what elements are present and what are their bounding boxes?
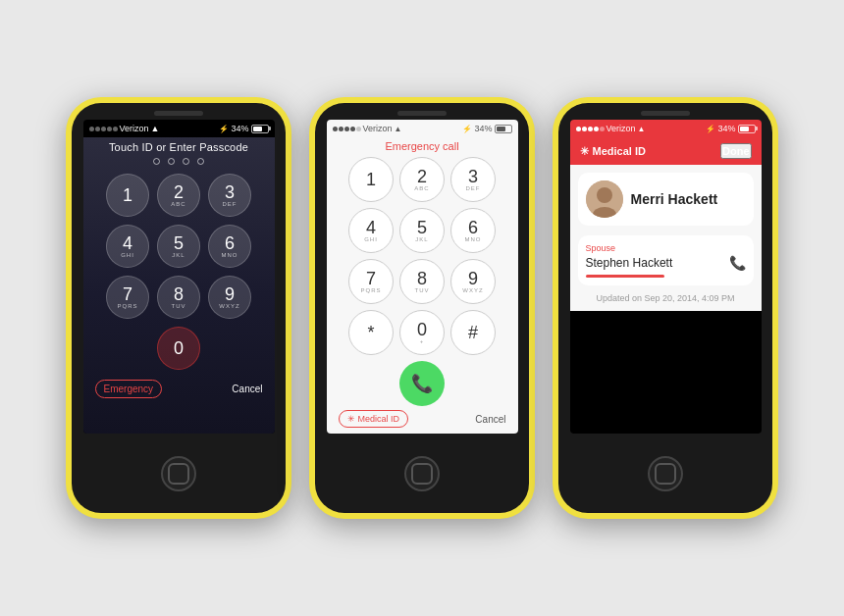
dot-1	[153, 158, 160, 165]
contact-card: Spouse Stephen Hackett 📞	[578, 235, 754, 285]
key-4[interactable]: 4GHI	[106, 225, 149, 268]
user-card: Merri Hackett	[578, 173, 754, 226]
carrier-1: Verizon	[120, 124, 149, 133]
updated-text: Updated on Sep 20, 2014, 4:09 PM	[578, 293, 754, 303]
lock-title: Touch ID or Enter Passcode	[109, 141, 248, 153]
dot-3	[183, 158, 189, 165]
screen-1: Verizon ▲ ⚡ 34% Touch ID or Enter Passco…	[83, 120, 275, 434]
status-bar-3: Verizon ▲ ⚡ 34%	[570, 120, 762, 137]
lock-screen: Touch ID or Enter Passcode 1 2ABC 3DEF 4…	[83, 137, 275, 434]
lock-dots	[153, 158, 204, 165]
home-button-2[interactable]	[404, 456, 440, 491]
phone-3: Verizon ▲ ⚡ 34% ✳ Medical ID Done	[553, 97, 778, 519]
battery-2	[495, 125, 512, 133]
medical-id-label: Medical ID	[358, 414, 400, 424]
ekey-5[interactable]: 5JKL	[399, 208, 445, 253]
key-6[interactable]: 6MNO	[208, 225, 251, 268]
signal-2	[333, 127, 361, 131]
dot-4	[197, 158, 204, 165]
ekey-9[interactable]: 9WXYZ	[450, 259, 496, 304]
user-name: Merri Hackett	[631, 191, 718, 207]
home-button-inner-2	[411, 463, 433, 485]
key-8[interactable]: 8TUV	[157, 276, 200, 319]
battery-1	[251, 125, 269, 133]
carrier-3: Verizon	[607, 124, 636, 133]
ekey-6[interactable]: 6MNO	[450, 208, 496, 253]
numpad-1: 1 2ABC 3DEF 4GHI 5JKL 6MNO 7PQRS 8TUV 9W…	[94, 174, 263, 319]
wifi-icon-1: ▲	[151, 124, 160, 133]
home-button-inner-3	[655, 463, 676, 485]
key-0[interactable]: 0	[157, 327, 200, 370]
carrier-2: Verizon	[363, 124, 393, 133]
home-area-3	[648, 434, 683, 513]
red-bar	[586, 275, 664, 278]
signal-1	[89, 127, 118, 131]
ekey-hash[interactable]: #	[450, 310, 496, 355]
battery-fill-2	[497, 127, 506, 131]
home-area-1	[161, 434, 196, 513]
medical-header-title: ✳ Medical ID	[580, 145, 646, 158]
screen-2: Verizon ▲ ⚡ 34% Emergency call 1 2ABC	[327, 120, 518, 434]
avatar	[586, 180, 623, 218]
emergency-button[interactable]: Emergency	[95, 380, 163, 398]
home-button-1[interactable]	[161, 456, 196, 491]
contact-name: Stephen Hackett	[586, 256, 673, 270]
wifi-icon-2: ▲	[395, 125, 402, 133]
key-3[interactable]: 3DEF	[208, 174, 251, 217]
emergency-screen: Emergency call 1 2ABC 3DEF 4GHI 5JKL 6MN…	[327, 137, 518, 434]
medical-header: ✳ Medical ID Done	[570, 137, 762, 165]
medical-body: Merri Hackett Spouse Stephen Hackett 📞 U…	[570, 165, 762, 311]
battery-fill-1	[253, 127, 263, 131]
medical-id-button[interactable]: ✳ Medical ID	[339, 410, 409, 428]
speaker-1	[154, 111, 203, 116]
bt-icon-2: ⚡	[462, 125, 472, 133]
speaker-2	[397, 111, 447, 116]
phone-contact-icon[interactable]: 📞	[729, 255, 746, 271]
emergency-call-title: Emergency call	[385, 137, 458, 155]
ekey-4[interactable]: 4GHI	[348, 208, 394, 253]
ekey-8[interactable]: 8TUV	[399, 259, 445, 304]
phone-2: Verizon ▲ ⚡ 34% Emergency call 1 2ABC	[309, 97, 535, 519]
status-bar-1: Verizon ▲ ⚡ 34%	[83, 120, 275, 137]
battery-pct-3: 34%	[717, 124, 735, 133]
user-info: Merri Hackett	[631, 191, 718, 207]
dot-2	[168, 158, 175, 165]
battery-fill-3	[740, 127, 750, 131]
phone-call-icon: 📞	[411, 373, 433, 394]
bt-icon-3: ⚡	[706, 125, 715, 133]
home-area-2	[404, 434, 440, 513]
ekey-1[interactable]: 1	[348, 157, 394, 202]
contact-row: Stephen Hackett 📞	[586, 255, 746, 271]
battery-3	[738, 125, 756, 133]
medical-id-header-label: Medical ID	[593, 145, 646, 157]
ekey-3[interactable]: 3DEF	[450, 157, 496, 202]
key-9[interactable]: 9WXYZ	[208, 276, 251, 319]
battery-pct-2: 34%	[474, 124, 492, 133]
key-1[interactable]: 1	[106, 174, 149, 217]
bt-icon-1: ⚡	[219, 125, 229, 133]
phone-1: Verizon ▲ ⚡ 34% Touch ID or Enter Passco…	[66, 97, 291, 519]
cancel-label-2[interactable]: Cancel	[475, 414, 505, 425]
screen-3: Verizon ▲ ⚡ 34% ✳ Medical ID Done	[570, 120, 762, 434]
signal-3	[576, 127, 605, 131]
emer-numpad: 1 2ABC 3DEF 4GHI 5JKL 6MNO 7PQRS 8TUV 9W…	[339, 157, 505, 355]
ekey-0[interactable]: 0+	[399, 310, 445, 355]
home-button-inner-1	[168, 463, 189, 485]
ekey-star[interactable]: *	[348, 310, 394, 355]
asterisk-icon-3: ✳	[580, 145, 589, 158]
battery-pct-1: 34%	[231, 124, 248, 133]
ekey-2[interactable]: 2ABC	[399, 157, 445, 202]
home-button-3[interactable]	[648, 456, 683, 491]
done-button[interactable]: Done	[720, 143, 752, 159]
speaker-3	[641, 111, 690, 116]
key-7[interactable]: 7PQRS	[106, 276, 149, 319]
emer-bottom: ✳ Medical ID Cancel	[327, 406, 518, 428]
lock-bottom: Emergency Cancel	[83, 374, 275, 398]
call-button[interactable]: 📞	[399, 361, 445, 406]
key-5[interactable]: 5JKL	[157, 225, 200, 268]
ekey-7[interactable]: 7PQRS	[348, 259, 394, 304]
wifi-icon-3: ▲	[638, 125, 646, 133]
key-2[interactable]: 2ABC	[157, 174, 200, 217]
contact-label: Spouse	[586, 243, 746, 253]
cancel-label-1[interactable]: Cancel	[232, 384, 262, 394]
